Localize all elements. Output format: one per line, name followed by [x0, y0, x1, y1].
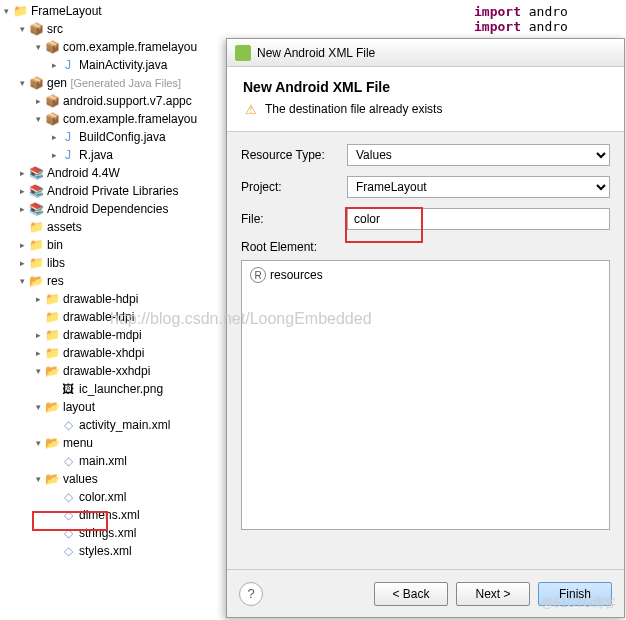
tree-folder-values[interactable]: ▾📂values [0, 470, 226, 488]
folder-icon: 📁 [28, 255, 44, 271]
tree-folder[interactable]: ▸📁drawable-hdpi [0, 290, 226, 308]
expander-icon[interactable]: ▾ [32, 113, 44, 125]
tree-library[interactable]: ▸📚Android Dependencies [0, 200, 226, 218]
expander-icon[interactable]: ▸ [16, 167, 28, 179]
expander-icon[interactable]: ▾ [32, 473, 44, 485]
tree-java-file[interactable]: ▸JBuildConfig.java [0, 128, 226, 146]
tree-folder[interactable]: ▸📁drawable-xhdpi [0, 344, 226, 362]
folder-icon: 📁 [44, 327, 60, 343]
folder-icon: 📁 [28, 237, 44, 253]
tree-xml-file[interactable]: ◇dimens.xml [0, 506, 226, 524]
tree-label: libs [47, 256, 65, 270]
tree-java-file[interactable]: ▸JR.java [0, 146, 226, 164]
dialog-titlebar[interactable]: New Android XML File [227, 39, 624, 67]
warning-row: ⚠ The destination file already exists [243, 101, 608, 117]
expander-icon[interactable]: ▾ [32, 41, 44, 53]
expander-icon[interactable]: ▾ [32, 401, 44, 413]
folder-open-icon: 📂 [44, 363, 60, 379]
tree-image-file[interactable]: 🖼ic_launcher.png [0, 380, 226, 398]
expander-icon[interactable]: ▸ [32, 347, 44, 359]
tree-library[interactable]: ▸📚Android 4.4W [0, 164, 226, 182]
tree-xml-file[interactable]: ◇main.xml [0, 452, 226, 470]
expander-icon[interactable]: ▸ [48, 149, 60, 161]
tree-folder[interactable]: ▾📂layout [0, 398, 226, 416]
expander-icon[interactable]: ▸ [48, 131, 60, 143]
tree-folder[interactable]: 📁assets [0, 218, 226, 236]
warning-icon: ⚠ [243, 101, 259, 117]
tree-label: src [47, 22, 63, 36]
tree-label: drawable-mdpi [63, 328, 142, 342]
tree-package[interactable]: ▾📦com.example.framelayou [0, 110, 226, 128]
expander-icon[interactable]: ▾ [0, 5, 12, 17]
expander-icon[interactable]: ▾ [32, 365, 44, 377]
project-select[interactable]: FrameLayout [347, 176, 610, 198]
tree-folder[interactable]: ▸📁drawable-mdpi [0, 326, 226, 344]
project-explorer[interactable]: ▾📁FrameLayout ▾📦src ▾📦com.example.framel… [0, 0, 226, 620]
tree-package[interactable]: ▾📦com.example.framelayou [0, 38, 226, 56]
root-element-list[interactable]: R resources [241, 260, 610, 530]
expander-icon[interactable]: ▸ [16, 257, 28, 269]
package-icon: 📦 [44, 111, 60, 127]
library-icon: 📚 [28, 201, 44, 217]
expander-icon[interactable]: ▾ [16, 275, 28, 287]
next-button[interactable]: Next > [456, 582, 530, 606]
tree-java-file[interactable]: ▸JMainActivity.java [0, 56, 226, 74]
back-button[interactable]: < Back [374, 582, 448, 606]
tree-folder[interactable]: ▾📂res [0, 272, 226, 290]
resource-type-select[interactable]: Values [347, 144, 610, 166]
folder-icon: 📁 [28, 219, 44, 235]
tree-label: MainActivity.java [79, 58, 167, 72]
xml-icon: ◇ [60, 489, 76, 505]
tree-src[interactable]: ▾📦src [0, 20, 226, 38]
folder-open-icon: 📂 [28, 273, 44, 289]
tree-folder[interactable]: 📁drawable-ldpi [0, 308, 226, 326]
library-icon: 📚 [28, 165, 44, 181]
bottom-watermark: @51CTO博客 [541, 595, 616, 612]
expander-icon[interactable]: ▾ [16, 77, 28, 89]
tree-label: styles.xml [79, 544, 132, 558]
tree-label: layout [63, 400, 95, 414]
expander-icon[interactable]: ▾ [16, 23, 28, 35]
expander-icon[interactable]: ▸ [32, 95, 44, 107]
expander-icon[interactable]: ▸ [32, 293, 44, 305]
keyword: import [474, 4, 521, 19]
file-input[interactable] [347, 208, 610, 230]
tree-project[interactable]: ▾📁FrameLayout [0, 2, 226, 20]
tree-label: gen [47, 76, 67, 90]
tree-folder[interactable]: ▸📁libs [0, 254, 226, 272]
code-text: andro [529, 4, 568, 19]
root-item-resources[interactable]: R resources [246, 265, 605, 285]
tree-label: activity_main.xml [79, 418, 170, 432]
tree-folder[interactable]: ▾📂drawable-xxhdpi [0, 362, 226, 380]
tree-xml-file[interactable]: ◇strings.xml [0, 524, 226, 542]
java-icon: J [60, 129, 76, 145]
expander-icon[interactable]: ▸ [16, 239, 28, 251]
tree-folder[interactable]: ▸📁bin [0, 236, 226, 254]
resource-type-label: Resource Type: [241, 148, 347, 162]
tree-xml-file[interactable]: ◇styles.xml [0, 542, 226, 560]
tree-folder[interactable]: ▾📂menu [0, 434, 226, 452]
expander-icon[interactable]: ▸ [48, 59, 60, 71]
tree-gen[interactable]: ▾📦gen [Generated Java Files] [0, 74, 226, 92]
xml-icon: ◇ [60, 453, 76, 469]
folder-icon: 📁 [44, 345, 60, 361]
tree-label: com.example.framelayou [63, 112, 197, 126]
expander-icon[interactable]: ▸ [16, 185, 28, 197]
tree-xml-file[interactable]: ◇color.xml [0, 488, 226, 506]
library-icon: 📚 [28, 183, 44, 199]
tree-label: assets [47, 220, 82, 234]
tree-xml-file[interactable]: ◇activity_main.xml [0, 416, 226, 434]
dialog-title: New Android XML File [257, 46, 375, 60]
expander-icon[interactable]: ▸ [32, 329, 44, 341]
warning-text: The destination file already exists [265, 102, 442, 116]
tree-label: drawable-xhdpi [63, 346, 144, 360]
help-button[interactable]: ? [239, 582, 263, 606]
project-icon: 📁 [12, 3, 28, 19]
tree-label: com.example.framelayou [63, 40, 197, 54]
tree-label: menu [63, 436, 93, 450]
tree-package[interactable]: ▸📦android.support.v7.appc [0, 92, 226, 110]
tree-library[interactable]: ▸📚Android Private Libraries [0, 182, 226, 200]
spacer [48, 527, 60, 539]
expander-icon[interactable]: ▾ [32, 437, 44, 449]
expander-icon[interactable]: ▸ [16, 203, 28, 215]
